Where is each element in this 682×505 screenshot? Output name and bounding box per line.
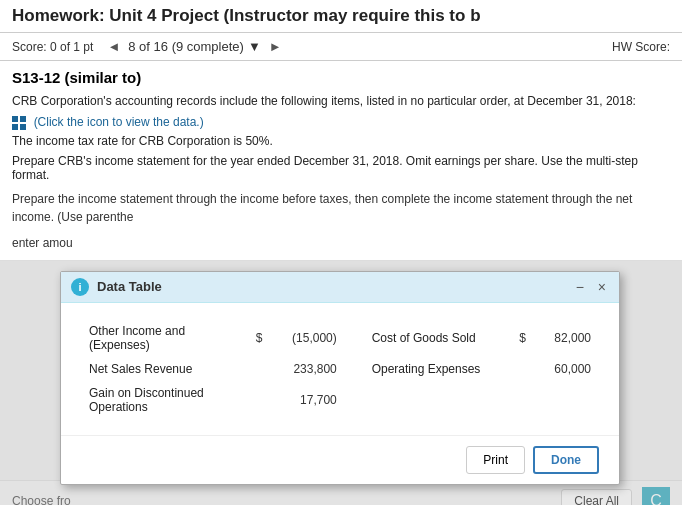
row1-amount2: 82,000 bbox=[534, 319, 599, 357]
enter-amount-text: enter amou bbox=[12, 234, 670, 252]
svg-rect-3 bbox=[20, 124, 26, 130]
row3-symbol1 bbox=[248, 381, 271, 419]
progress-dropdown[interactable]: ▼ bbox=[248, 39, 261, 54]
row3-amount1: 17,700 bbox=[270, 381, 344, 419]
question-area: S13-12 (similar to) CRB Corporation's ac… bbox=[0, 61, 682, 261]
question-text1: CRB Corporation's accounting records inc… bbox=[12, 92, 670, 110]
table-row: Gain on Discontinued Operations 17,700 bbox=[81, 381, 599, 419]
row2-amount2: 60,000 bbox=[534, 357, 599, 381]
row2-symbol2 bbox=[511, 357, 534, 381]
row2-label1: Net Sales Revenue bbox=[81, 357, 248, 381]
page-header: Homework: Unit 4 Project (Instructor may… bbox=[0, 0, 682, 33]
row3-amount2 bbox=[534, 381, 599, 419]
svg-rect-2 bbox=[12, 124, 18, 130]
page-title: Homework: Unit 4 Project (Instructor may… bbox=[12, 6, 481, 25]
row3-symbol2 bbox=[511, 381, 534, 419]
table-row: Other Income and (Expenses) $ (15,000) C… bbox=[81, 319, 599, 357]
modal-title-area: i Data Table bbox=[71, 278, 162, 296]
svg-rect-1 bbox=[20, 116, 26, 122]
row1-label2: Cost of Goods Sold bbox=[364, 319, 512, 357]
modal-footer: Print Done bbox=[61, 435, 619, 484]
modal-controls: − × bbox=[573, 279, 609, 295]
done-button[interactable]: Done bbox=[533, 446, 599, 474]
row3-label2 bbox=[364, 381, 512, 419]
modal-title: Data Table bbox=[97, 279, 162, 294]
question-id: S13-12 (similar to) bbox=[12, 69, 670, 86]
instruction-text: The income tax rate for CRB Corporation … bbox=[12, 134, 670, 148]
data-link[interactable]: (Click the icon to view the data.) bbox=[34, 115, 204, 129]
data-table-modal: i Data Table − × Other Income and (Expen… bbox=[60, 271, 620, 485]
prepare-text: Prepare CRB's income statement for the y… bbox=[12, 154, 670, 182]
table-row: Net Sales Revenue 233,800 Operating Expe… bbox=[81, 357, 599, 381]
print-button[interactable]: Print bbox=[466, 446, 525, 474]
minimize-button[interactable]: − bbox=[573, 279, 587, 295]
score-label: Score: 0 of 1 pt bbox=[12, 40, 93, 54]
row1-amount1: (15,000) bbox=[270, 319, 344, 357]
main-content: i Data Table − × Other Income and (Expen… bbox=[0, 261, 682, 505]
modal-header: i Data Table − × bbox=[61, 272, 619, 303]
row2-amount1: 233,800 bbox=[270, 357, 344, 381]
hw-score-label: HW Score: bbox=[612, 40, 670, 54]
row1-symbol1: $ bbox=[248, 319, 271, 357]
modal-body: Other Income and (Expenses) $ (15,000) C… bbox=[61, 303, 619, 435]
score-bar: Score: 0 of 1 pt ◄ 8 of 16 (9 complete) … bbox=[0, 33, 682, 61]
close-button[interactable]: × bbox=[595, 279, 609, 295]
row1-symbol2: $ bbox=[511, 319, 534, 357]
prev-arrow[interactable]: ◄ bbox=[103, 37, 124, 56]
row3-label1: Gain on Discontinued Operations bbox=[81, 381, 248, 419]
info-icon: i bbox=[71, 278, 89, 296]
svg-rect-0 bbox=[12, 116, 18, 122]
row2-symbol1 bbox=[248, 357, 271, 381]
data-table: Other Income and (Expenses) $ (15,000) C… bbox=[81, 319, 599, 419]
grid-icon bbox=[12, 116, 26, 130]
row1-label1: Other Income and (Expenses) bbox=[81, 319, 248, 357]
nav-arrows: ◄ 8 of 16 (9 complete) ▼ ► bbox=[103, 37, 285, 56]
row2-label2: Operating Expenses bbox=[364, 357, 512, 381]
prepare-text2: Prepare the income statement through the… bbox=[12, 190, 670, 226]
progress-text: 8 of 16 (9 complete) bbox=[128, 39, 244, 54]
next-arrow[interactable]: ► bbox=[265, 37, 286, 56]
